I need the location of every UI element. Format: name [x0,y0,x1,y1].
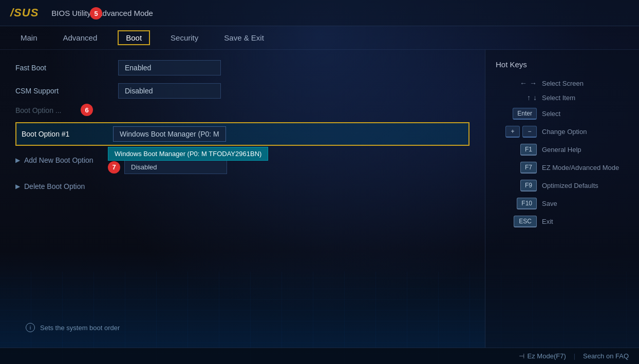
fast-boot-value[interactable]: Enabled [118,60,221,75]
ez-mode-item[interactable]: ⊣ Ez Mode(F7) [519,352,566,360]
csm-support-label: CSM Support [15,87,108,95]
hotkey-change-option-keys: + − [496,126,537,138]
arrow-down-icon: ↓ [533,93,537,102]
hotkey-f1-keys: F1 [496,144,537,156]
bottom-bar: ⊣ Ez Mode(F7) | Search on FAQ [0,348,639,364]
search-faq-label: Search on FAQ [583,352,629,360]
tab-advanced[interactable]: Advanced [58,31,103,45]
right-panel: Hot Keys ← → Select Screen ↑ ↓ Select It… [485,50,639,348]
hotkeys-title: Hot Keys [496,60,629,69]
tab-security[interactable]: Security [165,31,203,45]
arrow-up-icon: ↑ [527,93,531,102]
dropdown-option-1[interactable]: Windows Boot Manager (P0: M TFODAY2961BN… [108,147,268,161]
boot-option-1-label: Boot Option #1 [22,130,103,138]
ez-mode-icon: ⊣ [519,352,524,360]
csm-support-value[interactable]: Disabled [118,83,221,99]
f9-key: F9 [520,180,537,191]
hotkey-change-option: + − Change Option [496,126,629,138]
info-bar: i Sets the system boot order [15,318,469,337]
hotkey-select-screen-desc: Select Screen [542,80,584,87]
delete-boot-label: Delete Boot Option [24,182,85,190]
add-new-boot-option-row[interactable]: ▶ Add New Boot Option Windows Boot Manag… [15,154,469,167]
hotkey-select-screen: ← → Select Screen [496,79,629,87]
delete-boot-option-row[interactable]: ▶ Delete Boot Option [15,180,469,193]
hotkey-enter-desc: Select [542,110,560,118]
f7-key: F7 [520,162,537,174]
boot-option-dimmed-row: Boot Option ... 6 [15,106,469,114]
hotkey-f10: F10 Save [496,198,629,209]
hotkey-f1-desc: General Help [542,146,581,154]
hotkey-f9-desc: Optimized Defaults [542,182,598,189]
hotkey-f9: F9 Optimized Defaults [496,180,629,191]
hotkey-enter: Enter Select [496,108,629,120]
boot-option-1-row[interactable]: Boot Option #1 Windows Boot Manager (P0:… [15,122,469,146]
f10-key: F10 [517,198,537,209]
add-new-arrow-icon: ▶ [15,157,20,164]
header: /SUS BIOS Utility - Advanced Mode 5 [0,0,639,26]
minus-key: − [522,126,537,138]
hotkey-select-item-keys: ↑ ↓ [496,93,537,102]
hotkey-select-screen-keys: ← → [496,79,537,87]
plus-key: + [505,126,520,138]
step-badge-5: 5 [90,7,102,20]
boot-option-1-value: Windows Boot Manager (P0: M [113,126,226,142]
delete-arrow-icon: ▶ [15,183,20,190]
hotkey-change-option-desc: Change Option [542,128,587,136]
dropdown-option-2[interactable]: Disabled [124,161,227,174]
hotkey-esc-keys: ESC [496,216,537,227]
search-faq-item[interactable]: Search on FAQ [583,352,629,360]
hotkey-f1: F1 General Help [496,144,629,156]
hotkey-esc-desc: Exit [542,218,553,225]
nav-tabs: Main Advanced Boot Security Save & Exit [0,26,639,50]
hotkey-f10-desc: Save [542,200,557,207]
step-badge-7: 7 [108,161,120,174]
main-layout: Fast Boot Enabled CSM Support Disabled B… [0,50,639,348]
fast-boot-row: Fast Boot Enabled [15,60,469,75]
asus-logo: /SUS [10,6,39,20]
main-content: /SUS BIOS Utility - Advanced Mode 5 Main… [0,0,639,364]
step-badge-6: 6 [81,104,93,116]
enter-key: Enter [513,108,537,120]
hotkey-esc: ESC Exit [496,216,629,227]
hotkey-select-item-desc: Select Item [542,94,575,102]
add-new-boot-label: Add New Boot Option [24,156,93,164]
info-text: Sets the system boot order [40,324,120,332]
tab-save-exit[interactable]: Save & Exit [219,31,269,45]
boot-dropdown: Windows Boot Manager (P0: M TFODAY2961BN… [108,147,268,174]
ez-mode-label: Ez Mode(F7) [528,352,566,360]
info-icon: i [26,323,35,332]
bottom-separator: | [574,352,575,360]
hotkey-f10-keys: F10 [496,198,537,209]
hotkey-f9-keys: F9 [496,180,537,191]
hotkey-f7-desc: EZ Mode/Advanced Mode [542,164,619,171]
hotkey-f7: F7 EZ Mode/Advanced Mode [496,162,629,174]
tab-main[interactable]: Main [15,31,43,45]
fast-boot-label: Fast Boot [15,64,108,72]
esc-key: ESC [514,216,537,227]
arrow-left-icon: ← [520,79,527,87]
tab-boot[interactable]: Boot [118,30,150,45]
bios-title: BIOS Utility - Advanced Mode [51,9,153,17]
hotkey-f7-keys: F7 [496,162,537,174]
hotkey-select-item: ↑ ↓ Select Item [496,93,629,102]
hotkey-enter-keys: Enter [496,108,537,120]
f1-key: F1 [520,144,537,156]
boot-option-dimmed-label: Boot Option ... [15,106,108,114]
left-panel: Fast Boot Enabled CSM Support Disabled B… [0,50,485,348]
csm-support-row: CSM Support Disabled [15,83,469,99]
arrow-right-icon: → [530,79,537,87]
